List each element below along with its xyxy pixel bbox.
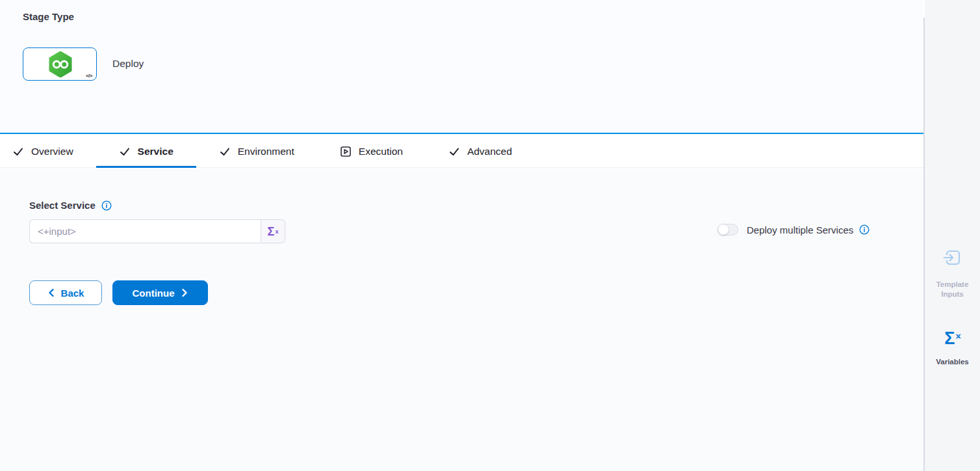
execution-play-icon: [340, 146, 352, 157]
select-service-label-row: Select Service: [29, 200, 112, 211]
toggle-knob: [718, 224, 729, 235]
tab-label: Environment: [238, 146, 294, 157]
deploy-multiple-services-toggle[interactable]: [717, 224, 738, 236]
template-inputs-label: Template Inputs: [925, 280, 980, 299]
tab-environment[interactable]: Environment: [196, 135, 317, 167]
tab-label: Execution: [359, 146, 403, 157]
select-service-label: Select Service: [29, 200, 96, 211]
tab-overview[interactable]: Overview: [0, 135, 96, 167]
check-icon: [12, 146, 24, 157]
variables-label: Variables: [925, 357, 980, 367]
stage-type-title: Stage Type: [23, 11, 74, 22]
chevron-right-icon: [181, 288, 188, 297]
chevron-left-icon: [47, 288, 55, 297]
right-rail: Template Inputs Σ× Variables: [925, 0, 980, 471]
template-inputs-button[interactable]: Template Inputs: [925, 248, 980, 299]
tab-advanced[interactable]: Advanced: [426, 135, 535, 167]
back-button[interactable]: Back: [29, 280, 102, 305]
tab-label: Overview: [31, 146, 73, 157]
check-icon: [448, 146, 460, 157]
info-icon[interactable]: [859, 224, 870, 235]
check-icon: [119, 146, 131, 157]
runtime-input-sigma-button[interactable]: Σx: [261, 219, 285, 243]
wizard-buttons-row: Back Continue: [29, 280, 208, 305]
variables-button[interactable]: Σ× Variables: [925, 329, 980, 367]
template-inputs-icon: [943, 248, 962, 267]
deploy-multiple-services-row: Deploy multiple Services: [717, 224, 870, 236]
code-badge-icon: </>: [86, 73, 92, 79]
stage-configuration-screen: Stage Type </>: [0, 0, 980, 471]
main-panel: Stage Type </>: [0, 0, 923, 471]
tab-execution[interactable]: Execution: [317, 135, 426, 167]
check-icon: [219, 146, 231, 157]
info-icon[interactable]: [101, 200, 112, 211]
deploy-multiple-services-label: Deploy multiple Services: [747, 224, 853, 236]
select-service-input-group: Σx: [29, 219, 285, 243]
stage-tabbar: Overview Service Environment Execution A…: [0, 135, 923, 168]
tab-label: Advanced: [467, 146, 512, 157]
deploy-stage-card[interactable]: </>: [23, 47, 97, 81]
stage-type-section: Stage Type </>: [0, 0, 923, 134]
deploy-stage-label: Deploy: [112, 58, 144, 70]
tab-label: Service: [138, 146, 174, 157]
service-tab-content: Select Service Σx: [0, 168, 923, 471]
variables-sigma-icon: Σ×: [925, 329, 980, 347]
select-service-input[interactable]: [29, 219, 261, 243]
deploy-stage-icon: [49, 51, 72, 77]
continue-button[interactable]: Continue: [112, 280, 208, 305]
tab-service[interactable]: Service: [96, 135, 196, 167]
sigma-icon: Σ: [268, 226, 275, 237]
